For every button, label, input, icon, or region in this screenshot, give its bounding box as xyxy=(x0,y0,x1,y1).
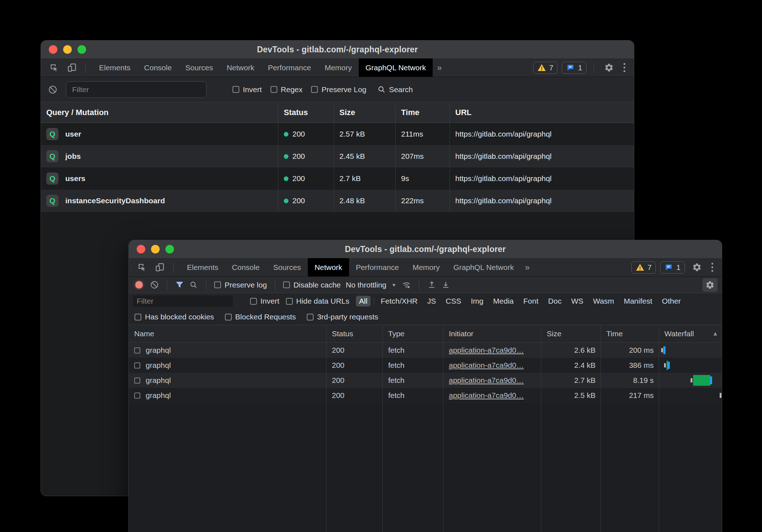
inspect-element-icon[interactable] xyxy=(135,261,149,274)
close-window-button[interactable] xyxy=(137,245,145,253)
network-filter-input[interactable] xyxy=(133,295,233,307)
devtools-tabbar: Elements Console Sources Network Perform… xyxy=(41,58,634,77)
network-settings-gear-icon[interactable] xyxy=(702,278,718,292)
col-name[interactable]: Name xyxy=(129,325,326,342)
col-size[interactable]: Size xyxy=(541,325,601,342)
device-toolbar-icon[interactable] xyxy=(152,261,167,274)
close-window-button[interactable] xyxy=(49,45,57,54)
tab-memory[interactable]: Memory xyxy=(406,258,447,276)
table-row[interactable]: graphql 200 fetch application-a7ca9d0… 2… xyxy=(129,388,722,403)
window-title: DevTools - gitlab.com/-/graphql-explorer xyxy=(345,244,505,254)
tab-memory[interactable]: Memory xyxy=(318,58,359,77)
row-checkbox[interactable] xyxy=(134,377,140,384)
preserve-log-checkbox[interactable]: Preserve log xyxy=(214,281,267,289)
tab-sources[interactable]: Sources xyxy=(267,258,308,276)
table-row[interactable]: Qjobs 200 2.45 kB 207ms https://gitlab.c… xyxy=(41,145,634,167)
preserve-log-checkbox[interactable]: Preserve Log xyxy=(311,85,366,94)
settings-gear-icon[interactable] xyxy=(601,61,616,75)
initiator-link[interactable]: application-a7ca9d0… xyxy=(449,376,524,385)
hide-data-urls-checkbox[interactable]: Hide data URLs xyxy=(286,297,349,305)
export-har-icon[interactable] xyxy=(441,280,450,289)
invert-checkbox[interactable]: Invert xyxy=(232,85,262,94)
more-tabs-icon[interactable]: » xyxy=(521,258,534,276)
filter-input[interactable] xyxy=(66,81,207,98)
tab-network[interactable]: Network xyxy=(220,58,261,77)
filter-chip-media[interactable]: Media xyxy=(490,296,517,307)
col-query-mutation[interactable]: Query / Mutation xyxy=(41,102,278,123)
col-time[interactable]: Time xyxy=(601,325,659,342)
filter-chip-fetch-xhr[interactable]: Fetch/XHR xyxy=(377,296,421,307)
col-url[interactable]: URL xyxy=(450,102,634,123)
maximize-window-button[interactable] xyxy=(165,245,174,253)
col-type[interactable]: Type xyxy=(383,325,443,342)
filter-chip-js[interactable]: JS xyxy=(424,296,439,307)
filter-chip-manifest[interactable]: Manifest xyxy=(621,296,655,307)
maximize-window-button[interactable] xyxy=(77,45,86,54)
col-waterfall[interactable]: Waterfall ▲ xyxy=(659,325,722,342)
tab-network[interactable]: Network xyxy=(308,258,349,276)
tab-graphql-network[interactable]: GraphQL Network xyxy=(359,58,433,77)
initiator-link[interactable]: application-a7ca9d0… xyxy=(449,346,524,355)
table-row[interactable]: graphql 200 fetch application-a7ca9d0… 2… xyxy=(129,373,722,388)
search-toggle[interactable]: Search xyxy=(377,85,413,94)
table-row[interactable]: Quser 200 2.57 kB 211ms https://gitlab.c… xyxy=(41,123,634,145)
tab-graphql-network[interactable]: GraphQL Network xyxy=(447,258,521,276)
filter-chip-wasm[interactable]: Wasm xyxy=(590,296,617,307)
filter-funnel-icon[interactable] xyxy=(175,280,184,289)
more-tabs-icon[interactable]: » xyxy=(433,58,446,77)
row-checkbox[interactable] xyxy=(134,362,140,369)
filter-chip-doc[interactable]: Doc xyxy=(545,296,565,307)
row-checkbox[interactable] xyxy=(134,393,140,399)
minimize-window-button[interactable] xyxy=(63,45,72,54)
search-icon[interactable] xyxy=(189,280,198,289)
minimize-window-button[interactable] xyxy=(151,245,160,253)
col-size[interactable]: Size xyxy=(334,102,396,123)
tab-performance[interactable]: Performance xyxy=(349,258,406,276)
issues-badge[interactable]: 1 xyxy=(660,261,685,274)
warnings-badge[interactable]: 7 xyxy=(631,261,656,274)
filter-chip-css[interactable]: CSS xyxy=(442,296,464,307)
table-row[interactable]: graphql 200 fetch application-a7ca9d0… 2… xyxy=(129,343,722,358)
settings-gear-icon[interactable] xyxy=(689,261,704,274)
invert-checkbox[interactable]: Invert xyxy=(250,297,279,305)
table-row[interactable]: graphql 200 fetch application-a7ca9d0… 2… xyxy=(129,358,722,373)
filter-chip-all[interactable]: All xyxy=(356,296,371,307)
filter-chip-other[interactable]: Other xyxy=(659,296,684,307)
network-conditions-icon[interactable] xyxy=(401,280,411,290)
col-status[interactable]: Status xyxy=(278,102,334,123)
throttling-dropdown[interactable]: No throttling ▼ xyxy=(346,281,396,289)
col-time[interactable]: Time xyxy=(396,102,450,123)
table-row[interactable]: QinstanceSecurityDashboard 200 2.48 kB 2… xyxy=(41,190,634,212)
warnings-badge[interactable]: 7 xyxy=(533,62,558,74)
table-row[interactable]: Qusers 200 2.7 kB 9s https://gitlab.com/… xyxy=(41,167,634,190)
col-initiator[interactable]: Initiator xyxy=(443,325,541,342)
more-options-icon[interactable] xyxy=(709,263,716,272)
clear-icon[interactable] xyxy=(48,85,57,94)
import-har-icon[interactable] xyxy=(427,280,436,289)
tab-elements[interactable]: Elements xyxy=(92,58,137,77)
row-checkbox[interactable] xyxy=(134,347,140,353)
inspect-element-icon[interactable] xyxy=(47,61,61,75)
tab-performance[interactable]: Performance xyxy=(261,58,318,77)
record-network-log-button[interactable] xyxy=(135,281,143,289)
tab-console[interactable]: Console xyxy=(137,58,179,77)
tab-console[interactable]: Console xyxy=(225,258,267,276)
col-status[interactable]: Status xyxy=(326,325,383,342)
tab-elements[interactable]: Elements xyxy=(180,258,225,276)
filter-chip-ws[interactable]: WS xyxy=(568,296,587,307)
more-options-icon[interactable] xyxy=(621,63,628,72)
blocked-requests-checkbox[interactable]: Blocked Requests xyxy=(225,313,296,321)
regex-checkbox[interactable]: Regex xyxy=(271,85,303,94)
clear-icon[interactable] xyxy=(150,280,159,289)
third-party-requests-checkbox[interactable]: 3rd-party requests xyxy=(307,313,378,321)
has-blocked-cookies-checkbox[interactable]: Has blocked cookies xyxy=(135,313,214,321)
tab-sources[interactable]: Sources xyxy=(179,58,220,77)
warning-icon xyxy=(636,263,644,271)
initiator-link[interactable]: application-a7ca9d0… xyxy=(449,391,524,400)
filter-chip-font[interactable]: Font xyxy=(520,296,542,307)
initiator-link[interactable]: application-a7ca9d0… xyxy=(449,361,524,370)
filter-chip-img[interactable]: Img xyxy=(468,296,487,307)
device-toolbar-icon[interactable] xyxy=(65,61,79,75)
disable-cache-checkbox[interactable]: Disable cache xyxy=(283,281,341,289)
issues-badge[interactable]: 1 xyxy=(562,62,587,74)
